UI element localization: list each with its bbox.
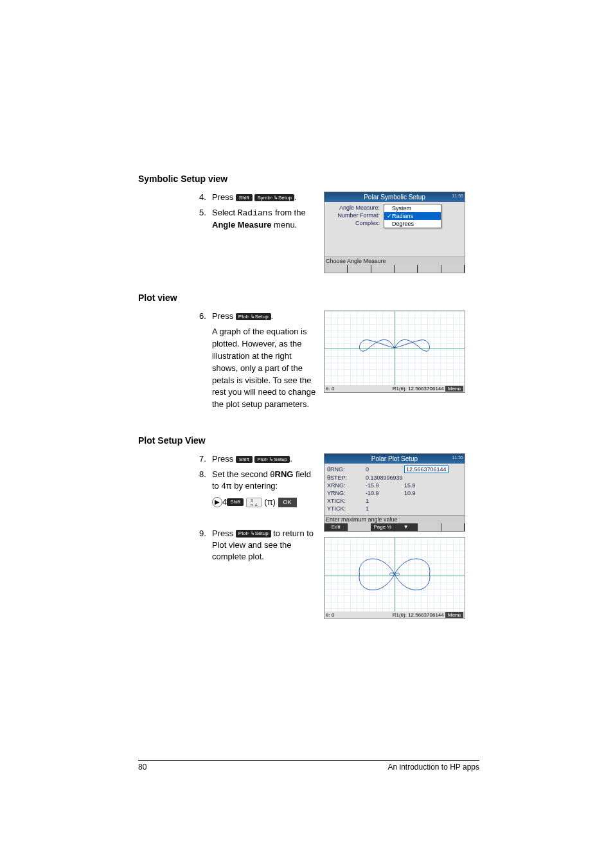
shot3-softkeys: Edit Page ½ ▼ (324, 523, 465, 531)
shot2-r: R1(θ): 12.5663706144 (393, 386, 444, 392)
sk-4 (418, 523, 441, 531)
shot1-dropdown: System ✓Radians Degrees (384, 204, 441, 228)
symb-key: Symb▫ ↳Setup (254, 194, 294, 202)
shift-key: Shift (236, 194, 253, 202)
step-6-para: A graph of the equation is plotted. Howe… (212, 326, 319, 411)
shot1-softkeys (324, 265, 465, 273)
sk-5 (441, 523, 465, 531)
three-key: 3π ∡ (246, 498, 262, 507)
step-9-num: 9. (199, 528, 212, 563)
step-9-pre: Press (212, 529, 236, 538)
pps-r1-v1: 0.1308996939 (366, 475, 404, 481)
step-6: 6. Press Plot▫ ↳Setup. (199, 311, 319, 322)
step-5-bold: Angle Measure (212, 220, 271, 230)
plot-key: Plot▫ ↳Setup (236, 313, 271, 321)
shot1-status: Choose Angle Measure (324, 257, 465, 265)
shot1-r2-label: Complex: (327, 220, 380, 226)
step-5-code: Radians (238, 208, 273, 218)
step-4-num: 4. (199, 192, 212, 203)
screenshot-symbolic-setup: Polar Symbolic Setup 11:55 Angle Measure… (324, 192, 465, 273)
shot3-time: 11:55 (452, 455, 463, 460)
screenshot-plot-complete: θ: 0 R1(θ): 12.5663706144 Menu (324, 537, 465, 619)
plot-key-2: Plot▫ ↳Setup (254, 456, 290, 464)
step-4-text: Press (212, 192, 236, 202)
step-7-num: 7. (199, 453, 212, 465)
shot3-status: Enter maximum angle value (324, 515, 465, 523)
screenshot-plot-setup: Polar Plot Setup 11:55 θRNG:012.56637061… (324, 453, 465, 532)
dd-item-degrees: Degrees (384, 220, 441, 228)
shot1-r1-label: Number Format: (327, 212, 380, 219)
step-8-bold: RNG (275, 469, 294, 479)
screenshot-plot-partial: θ: 0 R1(θ): 12.5663706144 Menu (324, 311, 465, 393)
shot4-theta: θ: 0 (326, 612, 334, 618)
sk-1 (348, 523, 371, 531)
heading-plot-setup: Plot Setup View (138, 435, 479, 446)
pps-r4-v1: 1 (366, 498, 404, 504)
pps-r4-l: XTICK: (327, 498, 366, 504)
pps-r3-v1: -10.9 (366, 490, 404, 496)
ok-key: OK (278, 498, 297, 507)
pps-r2-v1: -15.9 (366, 482, 404, 489)
step-7-text: Press (212, 454, 236, 464)
sk-page: Page ½ (371, 523, 395, 531)
pps-r5-l: YTICK: (327, 505, 366, 512)
step-8: 8. Set the second θRNG field to 4π by en… (199, 469, 319, 492)
step-5-num: 5. (199, 207, 212, 231)
step-9: 9. Press Plot▫ ↳Setup to return to Plot … (199, 528, 319, 563)
pps-r3-l: YRNG: (327, 490, 366, 496)
pps-r2-l: XRNG: (327, 482, 366, 489)
polar-curve-partial (324, 311, 465, 385)
step-5-pre: Select (212, 208, 238, 217)
shot3-title: Polar Plot Setup (371, 455, 418, 462)
pps-r0-v1: 0 (366, 466, 404, 473)
dd-item-radians: ✓Radians (384, 212, 441, 220)
step-7: 7. Press Shift Plot▫ ↳Setup. (199, 453, 319, 465)
pps-r1-l: θSTEP: (327, 475, 366, 481)
sk-down: ▼ (395, 523, 418, 531)
step-4: 4. Press Shift Symb▫ ↳Setup. (199, 192, 319, 203)
pps-r2-v2: 15.9 (404, 482, 416, 489)
shot4-menu: Menu (445, 612, 463, 618)
sk-edit: Edit (324, 523, 348, 531)
pps-r5-v1: 1 (366, 505, 404, 512)
shot4-r: R1(θ): 12.5663706144 (393, 612, 444, 618)
polar-curve-complete (324, 538, 465, 611)
right-key: ▶ (212, 497, 222, 507)
heading-plot: Plot view (138, 293, 479, 303)
step-5-mid: from the (272, 208, 305, 217)
step-8-pre: Set the second θ (212, 469, 275, 479)
heading-symbolic: Symbolic Setup view (138, 174, 479, 184)
step-8-num: 8. (199, 469, 212, 492)
step-8-sequence: ▶4Shift 3π ∡ (π) OK (212, 496, 319, 509)
pi-label: (π) (264, 497, 276, 507)
page-number: 80 (138, 763, 147, 772)
shift-key-2: Shift (236, 456, 253, 464)
shift-key-3: Shift (227, 498, 244, 506)
page-footer: 80 An introduction to HP apps (138, 760, 479, 772)
shot2-theta: θ: 0 (326, 386, 334, 392)
seq-4: 4 (222, 497, 227, 507)
step-6-text: Press (212, 311, 236, 321)
shot1-time: 11:55 (452, 194, 463, 198)
step-5-post: menu. (271, 220, 297, 230)
shot1-r0-label: Angle Measure: (327, 204, 380, 211)
step-6-num: 6. (199, 311, 212, 322)
step-5: 5. Select Radians from the Angle Measure… (199, 207, 319, 231)
footer-title: An introduction to HP apps (387, 763, 479, 772)
pps-r0-l: θRNG: (327, 466, 366, 473)
dd-item-system: System (384, 204, 441, 212)
shot1-title: Polar Symbolic Setup (364, 194, 425, 201)
shot2-menu: Menu (445, 386, 463, 392)
pps-r3-v2: 10.9 (404, 490, 416, 496)
plot-key-3: Plot▫ ↳Setup (236, 530, 271, 538)
pps-r0-v2: 12.5663706144 (404, 466, 449, 473)
